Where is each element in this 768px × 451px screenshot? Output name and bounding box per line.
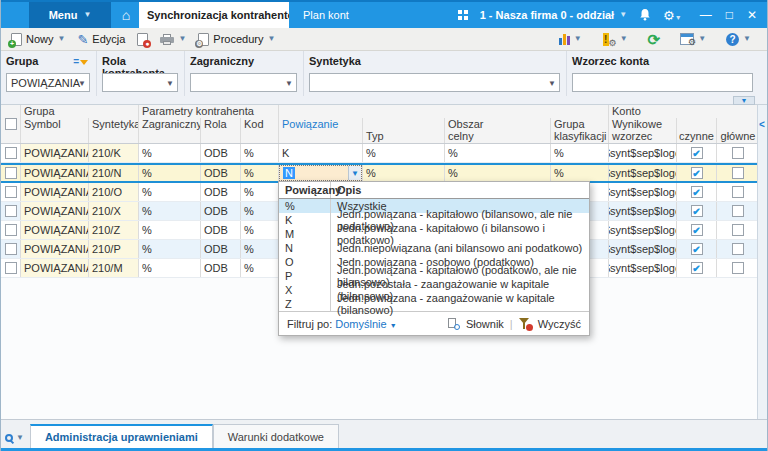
powiazanie-editor-combo[interactable]: N ▼: [279, 165, 362, 181]
row-checkbox[interactable]: [5, 243, 17, 255]
help-icon: ?: [726, 33, 739, 46]
popup-col2-header: Opis: [331, 184, 589, 196]
column-header-czynne[interactable]: czynne: [677, 131, 717, 143]
bottom-tab-administracja[interactable]: Administracja uprawnieniami: [30, 424, 213, 448]
column-header-symbol[interactable]: Symbol: [21, 118, 89, 131]
menu-label: Menu: [49, 9, 78, 21]
czynne-checkbox[interactable]: [691, 262, 703, 274]
czynne-checkbox[interactable]: [691, 224, 703, 236]
chart-button[interactable]: ▼: [553, 31, 588, 47]
column-header-syntetyka[interactable]: Syntetyka: [89, 118, 139, 131]
menu-button[interactable]: Menu ▼: [29, 2, 111, 28]
column-header-zagraniczny[interactable]: Zagraniczny: [139, 118, 201, 131]
home-tab[interactable]: ⌂: [115, 2, 137, 28]
procedures-button[interactable]: ⚙ Procedury ▼: [192, 31, 281, 48]
clear-button[interactable]: Wyczyść: [538, 318, 581, 330]
chevron-down-icon: ▼: [619, 11, 627, 19]
filter-condition-icon[interactable]: =: [73, 57, 88, 67]
popup-option[interactable]: M Jedn.powiązana - kapitałowo (i bilanso…: [279, 227, 589, 241]
bottom-tab-warunki[interactable]: Warunki dodatkowe: [213, 424, 339, 448]
column-header-grupa-klas[interactable]: Grupa: [551, 118, 609, 131]
dictionary-button[interactable]: Słownik: [466, 318, 504, 330]
tab-plan-kont[interactable]: Plan kont: [289, 2, 363, 28]
help-button[interactable]: ? ▼: [720, 31, 757, 48]
tab-synchronizacja[interactable]: Synchronizacja kontrahentów z plan: [139, 2, 289, 28]
filter-rola-combo[interactable]: ▼: [102, 73, 178, 92]
collapse-panel-arrow[interactable]: <: [759, 119, 765, 130]
row-checkbox[interactable]: [5, 186, 17, 198]
column-header-typ[interactable]: Typ: [363, 131, 445, 143]
magnifier-list-icon: [5, 434, 13, 442]
glowne-checkbox[interactable]: [732, 205, 744, 217]
column-header-obszar[interactable]: Obszar: [445, 118, 551, 131]
filter-label-zagraniczny: Zagraniczny: [190, 55, 303, 73]
clear-filter-icon: [519, 318, 532, 330]
column-header-kod[interactable]: Kod: [241, 118, 279, 131]
bottom-tab-bar: ▼ Administracja uprawnieniami Warunki do…: [1, 419, 767, 448]
popup-option[interactable]: N Jedn.niepowiązana (ani bilansowo ani p…: [279, 241, 589, 255]
delete-button[interactable]: ●: [131, 31, 154, 48]
column-group-grupa[interactable]: Grupa: [21, 105, 139, 118]
column-header-wynikowe[interactable]: Wynikowe: [609, 118, 677, 131]
toolbar: + Nowy ▼ ✎ Edycja ● ▼ ⚙ Procedury ▼ ▼ !⚙: [1, 28, 767, 51]
row-checkbox[interactable]: [5, 262, 17, 274]
row-checkbox[interactable]: [5, 205, 17, 217]
notifications-bell-icon[interactable]: [639, 8, 651, 23]
minimize-button[interactable]: —: [700, 8, 712, 22]
filter-zagraniczny-combo[interactable]: ▼: [190, 73, 297, 92]
glowne-checkbox[interactable]: [732, 167, 744, 179]
table-row-selected[interactable]: POWIĄZANIA 210/N % ODB % N ▼ % % % $synt…: [1, 163, 767, 183]
glowne-checkbox[interactable]: [732, 262, 744, 274]
glowne-checkbox[interactable]: [732, 147, 744, 159]
czynne-checkbox[interactable]: [691, 205, 703, 217]
maximize-button[interactable]: □: [726, 8, 733, 22]
view-selector-button[interactable]: ▼: [5, 434, 24, 442]
company-selector[interactable]: 1 - Nasza firma 0 - oddział ▼: [480, 9, 627, 21]
filter-expand-band: ▼: [1, 96, 767, 105]
glowne-checkbox[interactable]: [732, 186, 744, 198]
procedures-icon: ⚙: [198, 33, 209, 46]
combo-dropdown-button[interactable]: ▼: [348, 166, 361, 180]
column-header-rola[interactable]: Rola: [201, 118, 241, 131]
table-row[interactable]: POWIĄZANIA 210/K % ODB % K % % % $synt$s…: [1, 144, 767, 163]
filter-syntetyka-combo[interactable]: ▼: [309, 73, 560, 92]
organizer-button[interactable]: !⚙ ▼: [596, 31, 634, 48]
column-header-celny[interactable]: celny: [445, 131, 551, 143]
edit-button[interactable]: ✎ Edycja: [71, 30, 131, 49]
czynne-checkbox[interactable]: [691, 147, 703, 159]
new-button[interactable]: + Nowy ▼: [5, 31, 71, 48]
refresh-button[interactable]: ⟳: [642, 30, 667, 49]
row-checkbox[interactable]: [5, 167, 17, 179]
column-group-parametry[interactable]: Parametry kontrahenta: [139, 105, 279, 118]
column-header-glowne[interactable]: główne: [717, 131, 759, 143]
close-button[interactable]: ✕: [747, 8, 757, 22]
apps-grid-icon[interactable]: [458, 10, 468, 20]
filter-by-label: Filtruj po:: [287, 318, 332, 330]
filter-wzorzec-input[interactable]: [572, 73, 753, 92]
home-icon: ⌂: [122, 7, 130, 23]
filter-by-selector[interactable]: Domyślnie ▼: [335, 318, 396, 330]
chevron-down-icon: ▼: [267, 35, 275, 43]
column-group-konto[interactable]: Konto: [609, 105, 759, 118]
glowne-checkbox[interactable]: [732, 243, 744, 255]
column-header-klasyfikacji[interactable]: klasyfikacji: [551, 131, 609, 143]
list-settings-button[interactable]: ⚙ ▼: [674, 31, 712, 47]
row-checkbox[interactable]: [5, 147, 17, 159]
column-header-wzorzec[interactable]: wzorzec: [609, 131, 677, 143]
settings-gear-icon[interactable]: ⚙▼: [663, 8, 682, 23]
select-all-checkbox[interactable]: [5, 118, 17, 130]
czynne-checkbox[interactable]: [691, 167, 703, 179]
column-header-powiazanie[interactable]: Powiązanie: [279, 118, 363, 131]
filter-label-wzorzec-konta: Wzorzec konta: [572, 55, 767, 73]
chevron-down-icon: ▼: [166, 79, 174, 88]
glowne-checkbox[interactable]: [732, 224, 744, 236]
row-checkbox[interactable]: [5, 224, 17, 236]
filter-grupa-combo[interactable]: POWIĄZANIA ▼: [6, 73, 90, 92]
chevron-down-icon: ▼: [285, 79, 293, 88]
expand-filters-button[interactable]: ▼: [733, 96, 755, 105]
print-button[interactable]: ▼: [154, 32, 192, 47]
czynne-checkbox[interactable]: [691, 243, 703, 255]
filter-label-rola: Rola kontrahenta: [102, 55, 184, 73]
popup-option[interactable]: Z Jedn.powiązana - zaangażowanie w kapit…: [279, 297, 589, 311]
czynne-checkbox[interactable]: [691, 186, 703, 198]
